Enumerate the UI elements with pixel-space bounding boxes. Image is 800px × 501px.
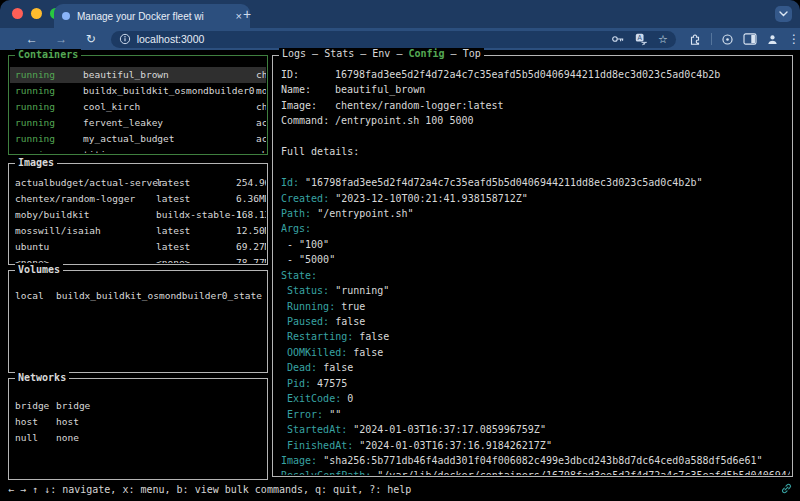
- detail-value: "2023-12-10T00:21:41.938158712Z": [329, 193, 528, 204]
- networks-panel: Networks bridgebridgehosthostnullnone: [8, 378, 268, 480]
- image-tag: buildx-stable-1: [156, 207, 242, 223]
- blank-line: [281, 129, 790, 144]
- volume-row[interactable]: localbuildx_buildkit_osmondbuilder0_stat…: [10, 288, 266, 304]
- detail-line: ExitCode: 0: [281, 391, 790, 406]
- summary-key: Name:: [281, 82, 335, 97]
- reload-button[interactable]: ↻: [81, 32, 101, 46]
- containers-panel-title: Containers: [15, 49, 81, 60]
- summary-value: beautiful_brown: [335, 84, 425, 95]
- details-heading: Full details:: [281, 144, 790, 159]
- bookmark-star-icon[interactable]: ☆: [658, 33, 668, 46]
- summary-value: chentex/random-logger:latest: [335, 100, 504, 111]
- containers-panel: Containers runningbeautiful_brownchrunni…: [8, 55, 268, 155]
- image-row[interactable]: ubuntulatest69.27M: [10, 239, 266, 255]
- detail-key: Path:: [281, 208, 311, 219]
- volumes-panel: Volumes localbuildx_buildkit_osmondbuild…: [8, 270, 268, 373]
- container-name: my_actual_budget: [83, 131, 175, 147]
- detail-value: "running": [329, 285, 389, 296]
- detail-value: "": [323, 409, 341, 420]
- detail-value: "/entrypoint.sh": [311, 208, 413, 219]
- summary-key: Image:: [281, 98, 335, 113]
- tab-search-chevron-icon[interactable]: [775, 6, 792, 22]
- image-name: chentex/random-logger: [15, 191, 135, 207]
- image-size: 168.13: [236, 207, 266, 223]
- detail-line: ResolvConfPath: "/var/lib/docker/contain…: [281, 468, 790, 475]
- container-row[interactable]: runningbeautiful_brownch: [10, 67, 266, 83]
- summary-value: /entrypoint.sh 100 5000: [335, 115, 473, 126]
- container-row[interactable]: runningfervent_leakeyac: [10, 115, 266, 131]
- inspector-panel: Logs — Stats — Env — Config — Top ID:167…: [272, 55, 793, 477]
- tab-separator: —: [390, 48, 408, 59]
- detail-value: true: [335, 301, 365, 312]
- detail-key: FinishedAt:: [287, 440, 353, 451]
- inspector-tab-env[interactable]: Env: [372, 48, 390, 59]
- summary-key: Command:: [281, 113, 335, 128]
- network-row[interactable]: bridgebridge: [10, 398, 266, 414]
- toolbar-actions: ⋮: [688, 32, 800, 46]
- inspector-tab-logs[interactable]: Logs: [282, 48, 306, 59]
- back-button[interactable]: ←: [22, 32, 42, 46]
- container-row[interactable]: runningbuildx_buildkit_osmondbuilder0mo: [10, 83, 266, 99]
- detail-key: Args:: [281, 223, 311, 234]
- networks-panel-title: Networks: [15, 372, 69, 383]
- minimize-window-button[interactable]: [31, 8, 42, 19]
- toolbar-divider: [711, 33, 712, 45]
- image-row[interactable]: <none><none>78.77M: [10, 255, 266, 263]
- detail-value: false: [317, 362, 353, 373]
- browser-tab[interactable]: Manage your Docker fleet wi ×: [54, 4, 250, 28]
- browser-menu-icon[interactable]: ⋮: [788, 32, 800, 46]
- detail-line: Image: "sha256:5b771db46f4add301f04f0060…: [281, 453, 790, 468]
- image-row[interactable]: actualbudget/actual-serverlatest254.96: [10, 175, 266, 191]
- container-image: ch: [256, 147, 266, 153]
- network-row[interactable]: nullnone: [10, 430, 266, 446]
- inspector-tab-stats[interactable]: Stats: [324, 48, 354, 59]
- summary-value: 16798fad3ee5d2f4d72a4c7c35eafd5b5d040694…: [335, 69, 720, 80]
- summary-line: Image:chentex/random-logger:latest: [281, 98, 790, 113]
- image-name: mosswill/isaiah: [15, 223, 101, 239]
- close-window-button[interactable]: [12, 8, 23, 19]
- new-tab-button[interactable]: +: [243, 7, 251, 21]
- images-body: actualbudget/actual-serverlatest254.96ch…: [10, 173, 266, 263]
- profile-avatar-icon[interactable]: [766, 33, 779, 46]
- detail-line: Running: true: [281, 299, 790, 314]
- pinned-extension-icon[interactable]: [721, 33, 734, 46]
- networks-body: bridgebridgehosthostnullnone: [10, 388, 266, 478]
- translate-icon[interactable]: A: [635, 33, 648, 46]
- connection-link-icon[interactable]: [780, 482, 793, 495]
- image-size: 78.77M: [236, 255, 266, 263]
- image-row[interactable]: mosswill/isaiahlatest12.50M: [10, 223, 266, 239]
- volume-driver: local: [15, 288, 44, 304]
- password-key-icon[interactable]: [611, 33, 625, 45]
- detail-value: "sha256:5b771db46f4add301f04f006082c499e…: [317, 455, 763, 466]
- container-row[interactable]: runningtitich: [10, 147, 266, 153]
- images-panel-title: Images: [15, 157, 57, 168]
- inspector-tab-top[interactable]: Top: [463, 48, 481, 59]
- container-row[interactable]: runningcool_kirchch: [10, 99, 266, 115]
- inspector-tab-config[interactable]: Config: [408, 48, 444, 59]
- blank-line: [281, 160, 790, 175]
- container-state: running: [15, 115, 55, 131]
- network-row[interactable]: hosthost: [10, 414, 266, 430]
- side-panel-icon[interactable]: [743, 33, 757, 45]
- container-state: running: [15, 83, 55, 99]
- browser-window: Manage your Docker fleet wi × + ← → ↻ lo…: [0, 0, 800, 501]
- detail-value: "2024-01-03T16:37:17.085996759Z": [347, 424, 546, 435]
- detail-key: Created:: [281, 193, 329, 204]
- inspector-body: ID:16798fad3ee5d2f4d72a4c7c35eafd5b5d040…: [281, 67, 790, 475]
- image-row[interactable]: chentex/random-loggerlatest6.36MB: [10, 191, 266, 207]
- url-text[interactable]: localhost:3000: [137, 33, 601, 45]
- site-info-icon[interactable]: [119, 33, 131, 45]
- image-tag: latest: [156, 239, 190, 255]
- container-row[interactable]: runningmy_actual_budgetac: [10, 131, 266, 147]
- tab-separator: —: [306, 48, 324, 59]
- image-tag: latest: [156, 175, 190, 191]
- address-bar[interactable]: localhost:3000 A ☆: [111, 31, 676, 48]
- volumes-panel-title: Volumes: [15, 264, 63, 275]
- extensions-puzzle-icon[interactable]: [688, 32, 702, 46]
- image-row[interactable]: moby/buildkitbuildx-stable-1168.13: [10, 207, 266, 223]
- container-name: fervent_leakey: [83, 115, 163, 131]
- container-name: cool_kirch: [83, 99, 140, 115]
- forward-button[interactable]: →: [52, 32, 72, 46]
- tab-title: Manage your Docker fleet wi: [77, 11, 230, 22]
- tab-close-icon[interactable]: ×: [236, 10, 242, 22]
